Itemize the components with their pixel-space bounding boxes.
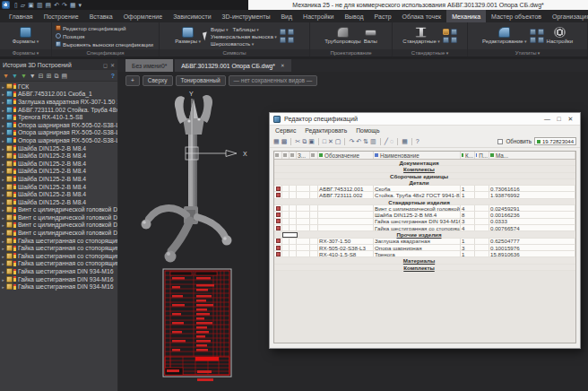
expand-icon[interactable] [0, 176, 6, 182]
tree-item[interactable]: Гайка шестигранная со стопорящим кол [0, 252, 117, 260]
copy-history-icon[interactable]: ⧉ [55, 70, 59, 82]
expand-icon[interactable] [0, 83, 6, 90]
draw-line-icon[interactable]: ╱ [385, 137, 388, 146]
menu-item[interactable]: Редактировать [305, 127, 347, 134]
hole-icon[interactable] [451, 37, 457, 43]
expand-icon[interactable] [0, 222, 6, 228]
table-row[interactable]: RX-307-1.50 Заглушка квадратная 1 0.6250… [274, 239, 575, 245]
tree-item[interactable]: Опора шарнирная RX-505-02-S38-L3 [0, 129, 117, 137]
tree-item[interactable]: Гайка шестигранная со стопорящим кол [0, 260, 117, 268]
pipelines-button[interactable]: Трубопроводы [324, 27, 361, 45]
roughness-button[interactable]: Шероховатость [211, 40, 254, 47]
panel-settings-icon[interactable]: ▤ [62, 70, 68, 82]
ribbon-tab[interactable]: Облака точек [397, 10, 447, 22]
open-file-icon[interactable]: ▱ [21, 0, 25, 10]
table-view-icon[interactable]: ▦ [402, 137, 408, 146]
table-row[interactable]: Документация Документация [274, 160, 575, 166]
expand-all-icon[interactable]: ⊞ [47, 70, 52, 82]
save-icon[interactable]: ▣ [28, 0, 34, 10]
tree-item[interactable]: Гайка шестигранная DIN 934-M16 [0, 275, 117, 283]
group-icon[interactable] [538, 37, 544, 43]
ribbon-tab[interactable]: 3D-инструменты [217, 10, 276, 22]
expand-icon[interactable] [0, 152, 6, 159]
tree-item[interactable]: Шайба DIN125-2-B M8.4 [0, 190, 117, 198]
expand-icon[interactable] [0, 268, 6, 274]
col-pos[interactable]: П... [475, 152, 489, 159]
table-row[interactable]: Материалы Материалы [274, 257, 575, 264]
expand-icon[interactable] [0, 245, 6, 251]
level-mark-icon[interactable] [288, 29, 294, 35]
pin-icon[interactable] [280, 29, 286, 35]
tree-item[interactable]: Опора шарнирная RX-505-02-S38-L3 [0, 121, 117, 129]
filter-red-icon[interactable]: ▼ [3, 70, 9, 82]
table-row[interactable]: Комплексы Комплексы [274, 166, 575, 172]
minimize-button[interactable] [541, 116, 553, 122]
tree-item[interactable]: Гайка шестигранная DIN 934-M16 [0, 267, 117, 275]
panel-footer[interactable]: Форматы [13, 50, 39, 56]
expand-icon[interactable] [0, 122, 6, 128]
document-tab[interactable]: Без имени0* [125, 59, 173, 72]
redo-icon[interactable]: ↷ [62, 0, 67, 10]
col-zone[interactable]: З... [297, 152, 310, 159]
table-row[interactable]: Шайба DIN125-2-B M8.4 8 0.00166236 Шайба… [274, 212, 575, 218]
col-qty[interactable]: К... [461, 152, 475, 159]
ribbon-tab[interactable]: Вставка [84, 10, 118, 22]
table-row[interactable]: Детали Детали [274, 179, 575, 186]
export-table-icon[interactable]: ▦ [273, 137, 280, 146]
tree-item[interactable]: Шайба DIN125-2-B M8.4 [0, 168, 117, 176]
expand-icon[interactable] [0, 129, 6, 135]
expand-icon[interactable] [0, 230, 6, 236]
tree-item[interactable]: Шайба DIN125-2-B M8.4 [0, 175, 117, 183]
position-button[interactable]: Позиция [54, 32, 157, 40]
tree-item[interactable]: Гайка шестигранная со стопорящим кол [0, 237, 117, 245]
ribbon-tab[interactable]: Растр [369, 10, 397, 22]
delete-row-icon[interactable]: ✕ [328, 137, 333, 146]
sep[interactable] [380, 138, 381, 145]
tables-button[interactable]: Таблицы [233, 26, 259, 32]
tree-item[interactable]: Винт с цилиндрической головкой DIN 91 [0, 213, 117, 222]
fastener-icon[interactable] [443, 29, 449, 35]
dialog-title-bar[interactable]: Редактор спецификаций [270, 113, 580, 126]
import-table-icon[interactable]: ▩ [281, 137, 288, 146]
save-all-icon[interactable]: ▥ [37, 0, 43, 10]
expand-icon[interactable] [0, 199, 6, 205]
tree-item[interactable]: Шайба DIN125-2-B M8.4 [0, 152, 117, 160]
maximize-button[interactable] [553, 116, 565, 122]
profile-icon[interactable] [443, 37, 449, 43]
collapse-all-icon[interactable]: ⊟ [39, 70, 44, 82]
table-row[interactable]: Гайка шестигранная со стопорящим 4 0.007… [274, 225, 575, 231]
spec-editor-button[interactable]: Редактор спецификаций [54, 24, 157, 32]
sep[interactable] [344, 138, 345, 145]
table-row[interactable]: Винт с цилиндрической головкой DI 4 0.02… [274, 205, 575, 212]
menu-item[interactable]: Помощь [356, 127, 379, 134]
undo-icon[interactable]: ↶ [54, 0, 59, 10]
marking-icon[interactable] [288, 37, 294, 43]
document-tab[interactable]: АБВГ.301329.001 Опора СБ.dwg* [175, 59, 290, 72]
add-row-icon[interactable]: □ [323, 137, 326, 146]
expand-icon[interactable] [0, 276, 6, 282]
refresh-checkbox[interactable] [497, 139, 503, 144]
tree-item[interactable]: Гайка шестигранная DIN 934-M16 [0, 282, 117, 291]
expand-icon[interactable] [0, 206, 6, 213]
move-up-icon[interactable]: ↶ [356, 137, 361, 146]
filter-orange-icon[interactable]: ▼ [12, 70, 18, 82]
block-icon[interactable]: ▢ [335, 137, 342, 146]
close-button[interactable] [565, 116, 576, 123]
ribbon-tab[interactable]: Зависимости [168, 10, 216, 22]
expand-icon[interactable] [0, 161, 6, 167]
plot-icon[interactable]: ▦ [70, 0, 76, 10]
move-down-icon[interactable]: ↷ [349, 137, 354, 146]
weld-icon[interactable] [280, 37, 286, 43]
universal-leader-button[interactable]: Универсальная выноска [211, 33, 277, 39]
shafts-button[interactable]: Валы [364, 27, 377, 45]
col-mass[interactable]: Ма... [489, 152, 575, 159]
search-icon[interactable]: ◌ [390, 137, 393, 146]
array-icon[interactable] [530, 37, 536, 43]
sep[interactable] [290, 138, 291, 145]
table-row[interactable]: АБВГ.745312.001 Скоба 1 0.73061616 Скоба [274, 186, 575, 192]
ribbon-tab[interactable]: Настройки [298, 10, 339, 22]
sep[interactable] [397, 138, 398, 145]
expand-icon[interactable] [0, 137, 6, 143]
paste-icon[interactable]: ▣ [308, 137, 315, 146]
tree-item[interactable]: Опора шарнирная RX-505-02-S38-L3 [0, 136, 117, 144]
